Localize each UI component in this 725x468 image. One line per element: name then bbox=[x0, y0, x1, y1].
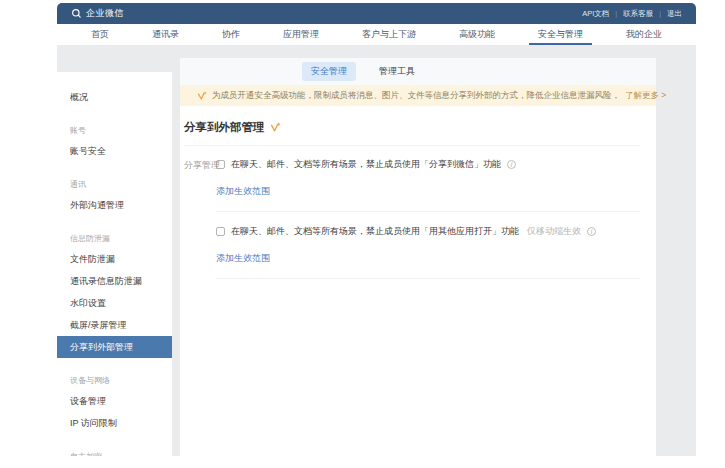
wecom-logo[interactable]: 企业微信 bbox=[71, 7, 124, 20]
sidebar-group-label: 设备与网络 bbox=[57, 368, 172, 390]
logout-link[interactable]: 退出 bbox=[667, 9, 682, 19]
sidebar-item-contacts-leak-prevention[interactable]: 通讯录信息防泄漏 bbox=[57, 270, 172, 292]
nav-item-contacts[interactable]: 通讯录 bbox=[148, 24, 183, 45]
sidebar: 概况 账号 账号安全 通讯 外部沟通管理 信息防泄漏 文件防泄漏 通讯录信息防泄… bbox=[57, 72, 172, 456]
nav-item-collaboration[interactable]: 协作 bbox=[218, 24, 244, 45]
divider: | bbox=[615, 10, 617, 17]
add-effective-scope-link[interactable]: 添加生效范围 bbox=[216, 185, 270, 198]
setting-share-to-wechat: 在聊天、邮件、文档等所有场景，禁止成员使用「分享到微信」功能 i 添加生效范围 bbox=[216, 158, 640, 212]
setting-text: 在聊天、邮件、文档等所有场景，禁止成员使用「用其他应用打开」功能 bbox=[231, 225, 519, 238]
top-bar: 企业微信 API文档 | 联系客服 | 退出 bbox=[57, 3, 696, 24]
sidebar-item-account-security[interactable]: 账号安全 bbox=[57, 140, 172, 162]
setting-row: 在聊天、邮件、文档等所有场景，禁止成员使用「用其他应用打开」功能 仅移动端生效 … bbox=[216, 225, 640, 238]
screenshot-canvas: 企业微信 API文档 | 联系客服 | 退出 首页 通讯录 协作 应用管理 客户… bbox=[0, 0, 725, 468]
sidebar-item-device-management[interactable]: 设备管理 bbox=[57, 390, 172, 412]
sidebar-item-watermark-settings[interactable]: 水印设置 bbox=[57, 292, 172, 314]
sidebar-group-label: 信息防泄漏 bbox=[57, 226, 172, 248]
sidebar-group-leak-prevention: 信息防泄漏 文件防泄漏 通讯录信息防泄漏 水印设置 截屏/录屏管理 分享到外部管… bbox=[57, 226, 172, 358]
page-background: 概况 账号 账号安全 通讯 外部沟通管理 信息防泄漏 文件防泄漏 通讯录信息防泄… bbox=[57, 45, 696, 456]
divider: | bbox=[659, 10, 661, 17]
nav-item-security-management[interactable]: 安全与管理 bbox=[534, 24, 587, 45]
section-label-share-management: 分享管理 bbox=[184, 159, 220, 172]
share-management-settings: 分享管理 在聊天、邮件、文档等所有场景，禁止成员使用「分享到微信」功能 i 添加… bbox=[184, 158, 640, 279]
sidebar-item-share-external-management[interactable]: 分享到外部管理 bbox=[57, 336, 172, 358]
nav-item-my-company[interactable]: 我的企业 bbox=[622, 24, 666, 45]
sidebar-item-overview[interactable]: 概况 bbox=[57, 86, 172, 108]
mobile-only-note: 仅移动端生效 bbox=[527, 225, 581, 238]
wecom-logo-icon bbox=[71, 8, 82, 19]
contact-support-link[interactable]: 联系客服 bbox=[623, 9, 653, 19]
nav-item-app-management[interactable]: 应用管理 bbox=[279, 24, 323, 45]
content-tabs: 安全管理 管理工具 bbox=[180, 58, 656, 85]
sidebar-item-screenshot-management[interactable]: 截屏/录屏管理 bbox=[57, 314, 172, 336]
upgrade-banner: 为成员开通安全高级功能，限制成员将消息、图片、文件等信息分享到外部的方式，降低企… bbox=[180, 85, 656, 106]
sidebar-item-ip-access-restriction[interactable]: IP 访问限制 bbox=[57, 412, 172, 434]
sidebar-group-account: 账号 账号安全 bbox=[57, 118, 172, 162]
info-icon[interactable]: i bbox=[587, 227, 596, 236]
banner-text: 为成员开通安全高级功能，限制成员将消息、图片、文件等信息分享到外部的方式，降低企… bbox=[212, 90, 620, 102]
page-title: 分享到外部管理 bbox=[184, 120, 265, 135]
page-title-row: 分享到外部管理 bbox=[184, 120, 640, 135]
sidebar-group-label: 通讯 bbox=[57, 172, 172, 194]
top-bar-links: API文档 | 联系客服 | 退出 bbox=[582, 9, 682, 19]
main-nav: 首页 通讯录 协作 应用管理 客户与上下游 高级功能 安全与管理 我的企业 bbox=[57, 24, 696, 45]
sidebar-group-self-encryption: 自主加密 企业自主加密 bbox=[57, 444, 172, 456]
checkbox-open-with-other-app[interactable] bbox=[216, 227, 225, 236]
sidebar-group-device-network: 设备与网络 设备管理 IP 访问限制 bbox=[57, 368, 172, 434]
setting-open-with-other-app: 在聊天、邮件、文档等所有场景，禁止成员使用「用其他应用打开」功能 仅移动端生效 … bbox=[216, 225, 640, 279]
setting-row: 在聊天、邮件、文档等所有场景，禁止成员使用「分享到微信」功能 i bbox=[216, 158, 640, 171]
premium-icon bbox=[270, 122, 281, 133]
setting-text: 在聊天、邮件、文档等所有场景，禁止成员使用「分享到微信」功能 bbox=[231, 158, 501, 171]
api-docs-link[interactable]: API文档 bbox=[582, 9, 609, 19]
wecom-admin-window: 企业微信 API文档 | 联系客服 | 退出 首页 通讯录 协作 应用管理 客户… bbox=[57, 3, 696, 456]
sidebar-group-label: 自主加密 bbox=[57, 444, 172, 456]
sidebar-item-external-communication[interactable]: 外部沟通管理 bbox=[57, 194, 172, 216]
tab-security-management[interactable]: 安全管理 bbox=[302, 62, 356, 81]
wecom-logo-text: 企业微信 bbox=[86, 7, 124, 20]
main-panel: 安全管理 管理工具 为成员开通安全高级功能，限制成员将消息、图片、文件等信息分享… bbox=[180, 58, 656, 456]
nav-item-advanced[interactable]: 高级功能 bbox=[455, 24, 499, 45]
nav-item-home[interactable]: 首页 bbox=[87, 24, 113, 45]
sidebar-group-label: 账号 bbox=[57, 118, 172, 140]
divider bbox=[184, 145, 640, 146]
premium-icon bbox=[197, 91, 207, 101]
info-icon[interactable]: i bbox=[507, 160, 516, 169]
sidebar-item-file-leak-prevention[interactable]: 文件防泄漏 bbox=[57, 248, 172, 270]
content-body: 分享到外部管理 分享管理 在聊天、邮件、文档等所有场景，禁止成员使用「分享到微信… bbox=[180, 106, 656, 456]
tab-management-tools[interactable]: 管理工具 bbox=[370, 62, 424, 81]
learn-more-link[interactable]: 了解更多 > bbox=[625, 90, 666, 102]
add-effective-scope-link[interactable]: 添加生效范围 bbox=[216, 252, 270, 265]
nav-item-customers[interactable]: 客户与上下游 bbox=[358, 24, 420, 45]
sidebar-group-communication: 通讯 外部沟通管理 bbox=[57, 172, 172, 216]
